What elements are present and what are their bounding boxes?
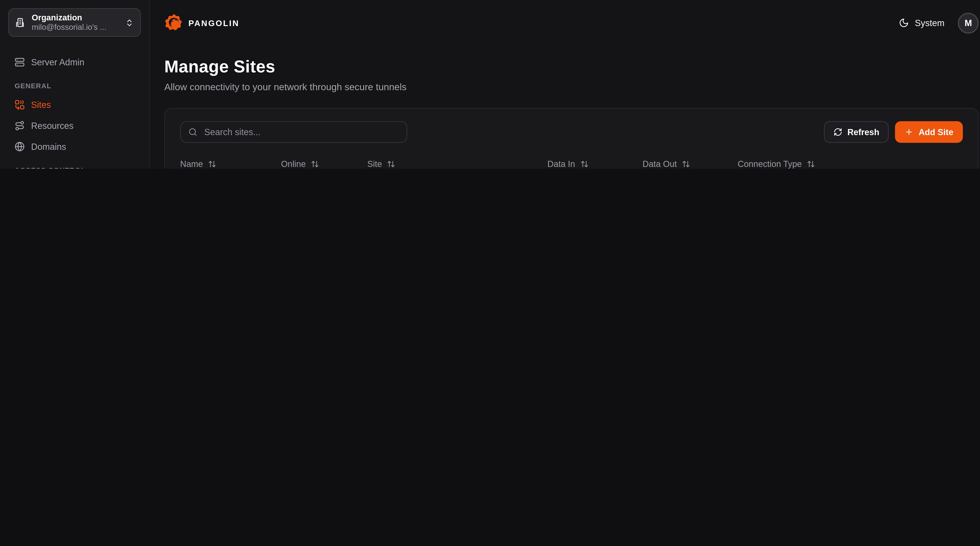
sort-icon [807,160,815,168]
globe-icon [14,141,25,152]
sidebar: Organization milo@fossorial.io's ... Ser… [0,0,150,169]
pangolin-logo-icon [164,13,183,32]
building-icon [15,17,26,28]
moon-icon [899,18,909,28]
add-site-button[interactable]: Add Site [895,121,963,143]
avatar[interactable]: M [958,12,979,34]
column-header[interactable]: Name [180,159,281,169]
org-switcher[interactable]: Organization milo@fossorial.io's ... [8,8,141,37]
org-switcher-texts: Organization milo@fossorial.io's ... [32,12,119,33]
pangolin-app: Organization milo@fossorial.io's ... Ser… [0,0,980,169]
refresh-button[interactable]: Refresh [824,121,889,143]
add-site-label: Add Site [919,127,953,137]
column-header-label: Online [281,159,306,169]
sites-card: Refresh Add Site Name Online [164,108,978,169]
avatar-initial: M [964,18,972,28]
sidebar-item-server-admin[interactable]: Server Admin [8,51,141,72]
sidebar-item-resources[interactable]: Resources [8,115,141,136]
route-icon [14,120,25,131]
search-icon [188,128,197,136]
server-icon [14,57,25,67]
search-box [180,121,407,143]
column-header-label: Site [367,159,382,169]
brand-logo[interactable]: PANGOLIN [164,13,239,32]
column-header[interactable]: Online [281,159,367,169]
sidebar-item-label: Domains [31,141,66,152]
column-header[interactable]: Site [367,159,547,169]
sidebar-item-label: Resources [31,120,74,131]
table-header-row: Name Online Site Data In Data Out Connec… [180,152,963,169]
main-area: PANGOLIN System M Manage Sites Allow con… [150,0,980,169]
sidebar-nav: Server Admin GENERAL Sites Resources [0,45,149,169]
column-header[interactable]: Connection Type [738,159,882,169]
sort-icon [682,160,690,168]
sidebar-item-domains[interactable]: Domains [8,136,141,157]
sidebar-item-label: Sites [31,99,51,109]
sort-icon [311,160,319,168]
theme-label: System [915,18,945,28]
brand-name: PANGOLIN [188,18,239,28]
section-heading-general: GENERAL [8,72,141,94]
column-header[interactable]: Data In [547,159,643,169]
refresh-label: Refresh [847,127,879,137]
org-switcher-label: Organization [32,12,119,23]
sort-icon [208,160,216,168]
chevrons-up-down-icon [125,18,134,27]
topbar: PANGOLIN System M [150,0,980,46]
sidebar-item-sites[interactable]: Sites [8,94,141,115]
sort-icon [387,160,395,168]
page-title: Manage Sites [164,57,978,77]
refresh-icon [834,128,842,136]
sites-toolbar: Refresh Add Site [180,121,963,143]
viewport: Organization milo@fossorial.io's ... Ser… [0,0,980,169]
toolbar-actions: Refresh Add Site [824,121,963,143]
theme-toggle[interactable]: System [899,18,945,28]
section-heading-access-control: ACCESS CONTROL [8,157,141,169]
column-header-label: Data Out [643,159,677,169]
org-switcher-value: milo@fossorial.io's ... [32,23,119,33]
column-header[interactable]: Data Out [643,159,738,169]
sidebar-item-label: Server Admin [31,57,84,67]
column-header-label: Connection Type [738,159,802,169]
combine-icon [14,99,25,109]
page-subtitle: Allow connectivity to your network throu… [164,81,978,92]
plus-icon [905,128,913,136]
topbar-right: System M [899,12,979,34]
page-content: Manage Sites Allow connectivity to your … [150,46,980,169]
column-header-label: Data In [547,159,575,169]
sort-icon [580,160,589,168]
search-input[interactable] [203,126,399,138]
column-header-label: Name [180,159,203,169]
